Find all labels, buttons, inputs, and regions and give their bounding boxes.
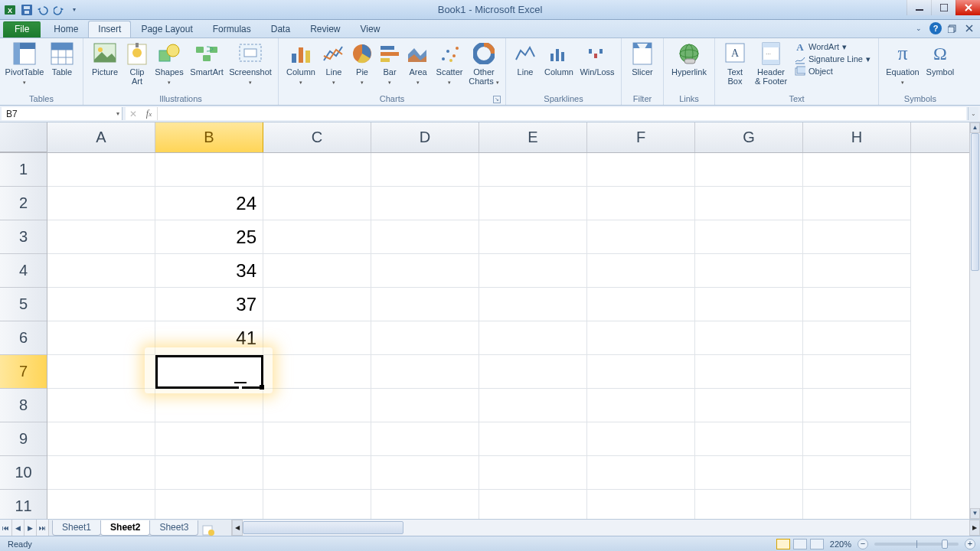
cell-B3[interactable]: 25 (155, 220, 263, 254)
wordart-button[interactable]: AWordArt ▾ (792, 41, 874, 52)
horizontal-scrollbar[interactable]: ◀ ▶ (231, 520, 980, 536)
cell-B2[interactable]: 24 (155, 187, 263, 220)
sheet-nav-last-icon[interactable]: ⏭ (37, 520, 49, 536)
clipart-button[interactable]: Clip Art (123, 40, 151, 86)
restore-workbook-icon[interactable] (946, 22, 959, 34)
object-button[interactable]: Object (792, 66, 874, 77)
row-header-10[interactable]: 10 (0, 456, 47, 490)
qat-customize-icon[interactable]: ▾ (70, 2, 79, 18)
formula-input[interactable]: fx (141, 107, 966, 120)
redo-icon[interactable] (53, 2, 68, 18)
view-page-layout-icon[interactable] (793, 539, 807, 549)
undo-icon[interactable] (36, 2, 51, 18)
chart-other-button[interactable]: Other Charts ▾ (467, 40, 501, 87)
hyperlink-button[interactable]: Hyperlink (668, 40, 710, 77)
sheet-nav-prev-icon[interactable]: ◀ (12, 520, 24, 536)
zoom-slider-knob[interactable] (942, 540, 948, 549)
chart-scatter-button[interactable]: Scatter▾ (433, 40, 466, 87)
header-footer-button[interactable]: ⋯Header & Footer (752, 40, 790, 86)
screenshot-button[interactable]: Screenshot▾ (227, 40, 273, 87)
col-header-B[interactable]: B (155, 122, 263, 152)
view-page-break-icon[interactable] (810, 539, 824, 549)
scroll-up-icon[interactable]: ▲ (970, 122, 980, 133)
scroll-right-icon[interactable]: ▶ (969, 520, 980, 536)
minimize-button[interactable] (906, 0, 931, 15)
col-header-C[interactable]: C (263, 122, 371, 152)
scroll-down-icon[interactable]: ▼ (970, 508, 980, 519)
hscroll-thumb[interactable] (243, 521, 403, 534)
pivottable-button[interactable]: PivotTable▾ (5, 40, 44, 87)
minimize-ribbon-icon[interactable]: ⌄ (913, 22, 925, 34)
row-header-6[interactable]: 6 (0, 321, 47, 355)
charts-launcher-icon[interactable]: ↘ (493, 96, 501, 103)
new-sheet-icon[interactable] (201, 525, 216, 536)
close-workbook-icon[interactable] (963, 22, 975, 34)
sparkline-line-button[interactable]: Line (511, 40, 540, 77)
col-header-H[interactable]: H (803, 122, 911, 152)
sparkline-column-button[interactable]: Column (541, 40, 577, 77)
name-box[interactable]: B7▾ (2, 107, 122, 120)
row-header-4[interactable]: 4 (0, 254, 47, 288)
view-normal-icon[interactable] (776, 539, 790, 549)
zoom-slider[interactable] (874, 543, 959, 546)
equation-button[interactable]: πEquation▾ (884, 40, 922, 87)
chart-column-button[interactable]: Column▾ (283, 40, 318, 87)
sheet-nav-first-icon[interactable]: ⏮ (0, 520, 12, 536)
tab-insert[interactable]: Insert (88, 21, 131, 37)
cancel-formula-icon[interactable]: ✕ (126, 107, 141, 120)
col-header-E[interactable]: E (479, 122, 587, 152)
row-header-8[interactable]: 8 (0, 389, 47, 422)
table-button[interactable]: Table (46, 40, 78, 77)
smartart-button[interactable]: SmartArt (188, 40, 226, 77)
fx-icon[interactable]: fx (141, 107, 158, 120)
sheet-nav-next-icon[interactable]: ▶ (24, 520, 37, 536)
save-icon[interactable] (19, 2, 34, 18)
vscroll-thumb[interactable] (971, 133, 979, 271)
picture-button[interactable]: Picture (88, 40, 122, 77)
chart-line-button[interactable]: Line▾ (320, 40, 348, 87)
row-header-1[interactable]: 1 (0, 153, 47, 187)
chart-area-button[interactable]: Area▾ (404, 40, 432, 87)
expand-formula-bar-icon[interactable]: ⌄ (968, 107, 978, 120)
symbol-button[interactable]: ΩSymbol (923, 40, 957, 77)
slicer-button[interactable]: Slicer (626, 40, 658, 77)
cell-B6[interactable]: 41 (155, 321, 263, 355)
row-header-7[interactable]: 7 (0, 355, 47, 389)
sparkline-winloss-button[interactable]: Win/Loss (578, 40, 616, 77)
tab-view[interactable]: View (351, 21, 390, 37)
row-header-2[interactable]: 2 (0, 187, 47, 220)
shapes-button[interactable]: Shapes▾ (152, 40, 186, 87)
col-header-D[interactable]: D (371, 122, 479, 152)
excel-icon[interactable]: X (2, 2, 18, 18)
col-header-A[interactable]: A (47, 122, 155, 152)
close-button[interactable] (956, 0, 980, 15)
tab-page-layout[interactable]: Page Layout (131, 21, 202, 37)
sheet-tab-3[interactable]: Sheet3 (149, 520, 198, 536)
tab-formulas[interactable]: Formulas (203, 21, 261, 37)
sheet-tab-2[interactable]: Sheet2 (100, 520, 150, 536)
zoom-in-button[interactable]: + (965, 539, 975, 549)
cell-B4[interactable]: 34 (155, 254, 263, 288)
signature-line-button[interactable]: Signature Line ▾ (792, 54, 874, 64)
col-header-F[interactable]: F (587, 122, 695, 152)
sheet-tab-1[interactable]: Sheet1 (52, 520, 101, 536)
tab-home[interactable]: Home (44, 21, 88, 37)
vertical-scrollbar[interactable]: ▲ ▼ (969, 122, 980, 519)
chart-bar-button[interactable]: Bar▾ (377, 40, 403, 87)
namebox-dropdown-icon[interactable]: ▾ (116, 110, 119, 117)
select-all-corner[interactable] (0, 122, 47, 152)
zoom-out-button[interactable]: − (858, 539, 868, 549)
textbox-button[interactable]: AText Box (720, 40, 750, 86)
tab-review[interactable]: Review (300, 21, 350, 37)
cell-B5[interactable]: 37 (155, 288, 263, 321)
maximize-button[interactable] (931, 0, 956, 15)
tab-data[interactable]: Data (261, 21, 300, 37)
help-icon[interactable]: ? (929, 22, 942, 34)
row-header-9[interactable]: 9 (0, 422, 47, 456)
col-header-G[interactable]: G (695, 122, 803, 152)
tab-file[interactable]: File (3, 21, 41, 37)
scroll-left-icon[interactable]: ◀ (232, 520, 243, 536)
cell-B7[interactable] (155, 355, 263, 389)
row-header-3[interactable]: 3 (0, 220, 47, 254)
zoom-level[interactable]: 220% (830, 540, 851, 549)
